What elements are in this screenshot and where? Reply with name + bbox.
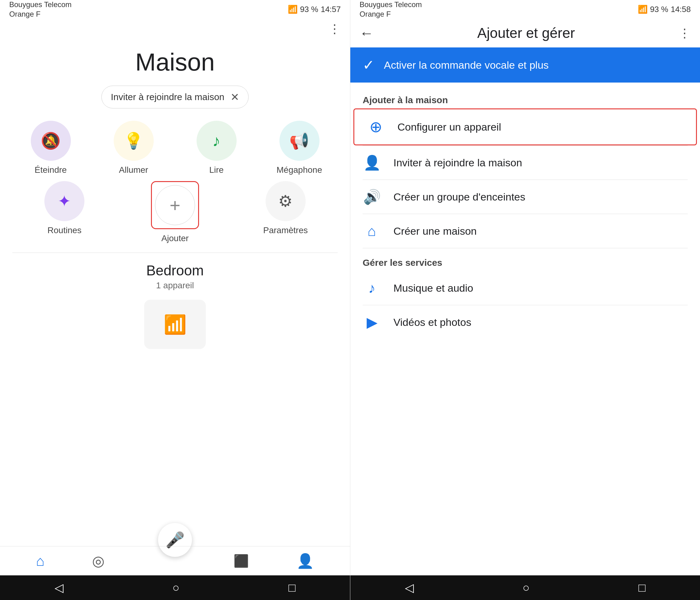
right-recents-btn[interactable]: □	[639, 581, 646, 595]
nav-home-icon[interactable]: ⌂	[36, 553, 45, 569]
home-sys-btn[interactable]: ○	[173, 581, 180, 595]
back-arrow-icon[interactable]: ←	[359, 25, 374, 41]
back-sys-btn[interactable]: ◁	[54, 581, 64, 595]
device-preview: 📶	[0, 300, 350, 349]
right-home-btn[interactable]: ○	[523, 581, 530, 595]
invite-bar: Inviter à rejoindre la maison ✕	[101, 86, 249, 108]
parametres-icon: ⚙	[278, 192, 293, 210]
action-lire[interactable]: ♪ Lire	[178, 121, 255, 175]
configurer-label: Configurer un appareil	[397, 121, 501, 133]
left-divider	[12, 253, 338, 253]
action-allumer[interactable]: 💡 Allumer	[95, 121, 172, 175]
parametres-circle: ⚙	[266, 181, 306, 221]
close-invite-icon[interactable]: ✕	[230, 91, 239, 103]
recents-sys-btn[interactable]: □	[289, 581, 296, 595]
device-icon: 📶	[164, 314, 187, 335]
musique-icon: ♪	[362, 280, 381, 296]
bedroom-section: Bedroom 1 appareil 📶	[0, 262, 350, 358]
bedroom-title: Bedroom	[0, 262, 350, 279]
lire-circle: ♪	[197, 121, 236, 161]
megaphone-circle: 📢	[279, 121, 320, 161]
action-routines[interactable]: ✦ Routines	[12, 181, 117, 243]
maison-icon: ⌂	[362, 223, 381, 239]
ajouter-highlight-box: +	[151, 181, 199, 229]
left-status-right: 📶 93 % 14:57	[288, 5, 341, 14]
banner-text: Activer la commande vocale et plus	[384, 59, 549, 71]
parametres-label: Paramètres	[263, 226, 308, 235]
menu-groupe[interactable]: 🔊 Créer un groupe d'enceintes	[350, 180, 700, 214]
action-ajouter[interactable]: + Ajouter	[123, 181, 227, 243]
right-system-bar: ◁ ○ □	[350, 575, 700, 600]
eteindre-icon: 🔕	[41, 132, 61, 150]
menu-musique[interactable]: ♪ Musique et audio	[350, 271, 700, 305]
invite-text: Inviter à rejoindre la maison	[111, 92, 225, 102]
right-panel: Bouygues Telecom Orange F 📶 93 % 14:58 ←…	[350, 0, 700, 600]
left-system-bar: ◁ ○ □	[0, 575, 350, 600]
right-back-btn[interactable]: ◁	[405, 581, 414, 595]
ajouter-circle: +	[155, 185, 195, 225]
routines-icon: ✦	[58, 192, 71, 210]
allumer-circle: 💡	[114, 121, 154, 161]
allumer-label: Allumer	[119, 165, 148, 175]
left-header: ⋮	[0, 19, 350, 36]
section1-header: Ajouter à la maison	[350, 86, 700, 108]
left-carrier: Bouygues Telecom Orange F	[9, 0, 72, 19]
ajouter-icon: +	[170, 195, 180, 216]
menu-maison[interactable]: ⌂ Créer une maison	[350, 214, 700, 248]
right-status-right: 📶 93 % 14:58	[638, 5, 691, 14]
section2-header: Gérer les services	[350, 248, 700, 271]
menu-configurer[interactable]: ⊕ Configurer un appareil	[353, 108, 697, 146]
right-page-title: Ajouter et gérer	[374, 25, 678, 41]
videos-label: Vidéos et photos	[394, 316, 471, 328]
lire-icon: ♪	[212, 132, 221, 150]
actions-row1: 🔕 Éteindre 💡 Allumer ♪ Lire 📢 Mégaphone	[0, 121, 350, 175]
right-signal-icon: 📶	[638, 5, 648, 14]
ajouter-label: Ajouter	[161, 233, 189, 243]
battery-text: 93 %	[300, 5, 318, 14]
lire-label: Lire	[209, 165, 224, 175]
left-panel: Bouygues Telecom Orange F 📶 93 % 14:57 ⋮…	[0, 0, 350, 600]
action-eteindre[interactable]: 🔕 Éteindre	[12, 121, 89, 175]
routines-label: Routines	[47, 226, 82, 235]
right-more-icon[interactable]: ⋮	[678, 26, 691, 40]
nav-media-icon[interactable]: ⬛	[233, 554, 249, 568]
eteindre-circle: 🔕	[31, 121, 71, 161]
eteindre-label: Éteindre	[34, 165, 67, 175]
blue-banner[interactable]: ✓ Activer la commande vocale et plus	[350, 47, 700, 82]
maison-label: Créer une maison	[394, 225, 477, 237]
musique-label: Musique et audio	[394, 282, 473, 294]
groupe-label: Créer un groupe d'enceintes	[394, 191, 525, 203]
routines-circle: ✦	[44, 181, 84, 221]
more-options-icon[interactable]: ⋮	[328, 22, 341, 36]
allumer-icon: 💡	[124, 132, 144, 150]
configurer-icon: ⊕	[367, 118, 385, 136]
invite-pill[interactable]: Inviter à rejoindre la maison ✕	[101, 86, 249, 108]
right-time: 14:58	[671, 5, 691, 14]
inviter-label: Inviter à rejoindre la maison	[394, 157, 522, 169]
right-battery-text: 93 %	[650, 5, 668, 14]
action-parametres[interactable]: ⚙ Paramètres	[233, 181, 338, 243]
right-status-bar: Bouygues Telecom Orange F 📶 93 % 14:58	[350, 0, 700, 19]
right-header: ← Ajouter et gérer ⋮	[350, 19, 700, 44]
groupe-icon: 🔊	[362, 188, 381, 205]
action-megaphone[interactable]: 📢 Mégaphone	[261, 121, 338, 175]
inviter-icon: 👤	[362, 154, 381, 171]
megaphone-label: Mégaphone	[277, 165, 322, 175]
videos-icon: ▶	[362, 314, 381, 331]
bedroom-sub: 1 appareil	[0, 281, 350, 290]
device-card[interactable]: 📶	[144, 300, 206, 349]
megaphone-icon: 📢	[289, 132, 309, 150]
signal-icon: 📶	[288, 5, 298, 14]
actions-row2: ✦ Routines + Ajouter ⚙ Paramètres	[0, 181, 350, 243]
nav-account-icon[interactable]: 👤	[296, 553, 314, 569]
nav-explore-icon[interactable]: ◎	[92, 553, 104, 569]
checkmark-icon: ✓	[362, 57, 375, 73]
right-carrier: Bouygues Telecom Orange F	[359, 0, 422, 19]
bottom-nav: ⌂ ◎ ⬛ 👤	[0, 546, 350, 575]
left-status-bar: Bouygues Telecom Orange F 📶 93 % 14:57	[0, 0, 350, 19]
menu-inviter[interactable]: 👤 Inviter à rejoindre la maison	[350, 146, 700, 180]
app-title: Maison	[0, 48, 350, 76]
menu-videos[interactable]: ▶ Vidéos et photos	[350, 305, 700, 339]
time-left: 14:57	[321, 5, 341, 14]
